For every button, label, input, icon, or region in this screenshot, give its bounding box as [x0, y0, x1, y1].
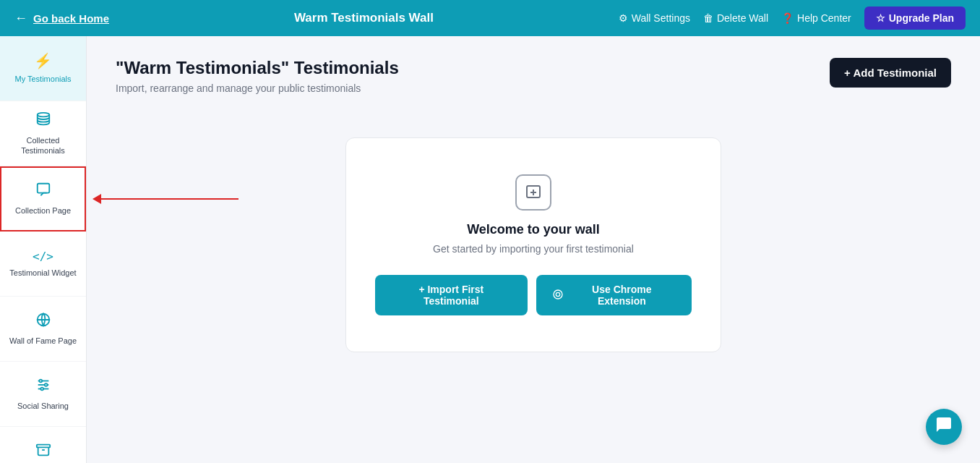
svg-rect-1	[37, 184, 49, 193]
wall-settings-button[interactable]: ⚙ Wall Settings	[619, 12, 690, 24]
sidebar-item-my-testimonials[interactable]: ⚡ My Testimonials	[0, 36, 86, 101]
upgrade-plan-button[interactable]: ☆ Upgrade Plan	[864, 7, 966, 30]
trash-icon: 🗑	[703, 12, 713, 24]
sidebar-item-social-sharing[interactable]: Social Sharing	[0, 362, 86, 427]
sidebar-item-collection-page[interactable]: Collection Page	[0, 166, 86, 232]
lightning-icon: ⚡	[34, 52, 52, 69]
svg-point-6	[39, 380, 42, 383]
add-testimonial-button[interactable]: + Add Testimonial	[830, 58, 951, 88]
wall-settings-label: Wall Settings	[632, 12, 690, 24]
header: ← Go back Home Warm Testimonials Wall ⚙ …	[0, 0, 980, 36]
page-title: "Warm Testimonials" Testimonials	[116, 58, 951, 78]
sidebar-item-label: Collection Page	[15, 205, 71, 216]
sidebar-item-collected-testimonials[interactable]: Collected Testimonials	[0, 101, 86, 166]
chat-icon	[935, 416, 953, 438]
svg-point-0	[37, 113, 49, 117]
chrome-extension-label: Use Chrome Extension	[568, 284, 676, 307]
import-first-testimonial-button[interactable]: + Import First Testimonial	[375, 275, 528, 315]
svg-rect-9	[36, 445, 49, 448]
delete-wall-button[interactable]: 🗑 Delete Wall	[703, 12, 768, 24]
use-chrome-extension-button[interactable]: Use Chrome Extension	[536, 275, 692, 315]
layout: ⚡ My Testimonials Collected Testimonials	[0, 36, 980, 463]
chat-bubble-button[interactable]	[926, 409, 962, 445]
page-subtitle: Import, rearrange and manage your public…	[116, 82, 951, 94]
sidebar-item-label: Social Sharing	[17, 401, 69, 411]
sidebar-item-testimonial-widget[interactable]: </> Testimonial Widget	[0, 232, 86, 297]
arrow-left-icon: ←	[14, 11, 27, 26]
globe-icon	[35, 312, 51, 331]
svg-point-7	[44, 383, 47, 386]
go-back-link[interactable]: Go back Home	[33, 12, 109, 25]
chat-square-icon	[35, 182, 51, 201]
sidebar-item-wall-of-fame[interactable]: Wall of Fame Page	[0, 297, 86, 362]
gear-icon: ⚙	[619, 12, 628, 24]
svg-point-13	[554, 290, 562, 299]
sliders-icon	[35, 377, 51, 396]
sidebar-item-label: My Testimonials	[14, 74, 71, 84]
sidebar-item-label: Collected Testimonials	[6, 135, 80, 156]
sidebar-item-archive[interactable]: Archive	[0, 427, 86, 463]
delete-wall-label: Delete Wall	[717, 12, 768, 24]
welcome-card: Welcome to your wall Get started by impo…	[345, 137, 721, 352]
archive-icon	[35, 442, 51, 462]
welcome-subtitle: Get started by importing your first test…	[375, 243, 692, 255]
star-icon: ☆	[876, 12, 885, 24]
help-icon: ❓	[781, 12, 794, 24]
chrome-icon	[552, 289, 564, 302]
welcome-actions: + Import First Testimonial Use Chrome Ex…	[375, 275, 692, 315]
help-center-label: Help Center	[797, 12, 851, 24]
header-right: ⚙ Wall Settings 🗑 Delete Wall ❓ Help Cen…	[619, 7, 966, 30]
header-title: Warm Testimonials Wall	[294, 11, 434, 25]
help-center-button[interactable]: ❓ Help Center	[781, 12, 851, 24]
main-content: "Warm Testimonials" Testimonials Import,…	[87, 36, 980, 463]
welcome-title: Welcome to your wall	[375, 222, 692, 237]
sidebar: ⚡ My Testimonials Collected Testimonials	[0, 36, 87, 463]
upgrade-plan-label: Upgrade Plan	[889, 12, 954, 24]
header-left: ← Go back Home	[14, 11, 109, 26]
svg-point-8	[40, 388, 43, 391]
code-icon: </>	[33, 250, 53, 263]
svg-point-14	[556, 292, 559, 296]
welcome-icon	[515, 174, 551, 211]
sidebar-item-label: Testimonial Widget	[9, 268, 76, 278]
sidebar-item-label: Wall of Fame Page	[9, 336, 77, 346]
database-icon	[35, 111, 51, 131]
